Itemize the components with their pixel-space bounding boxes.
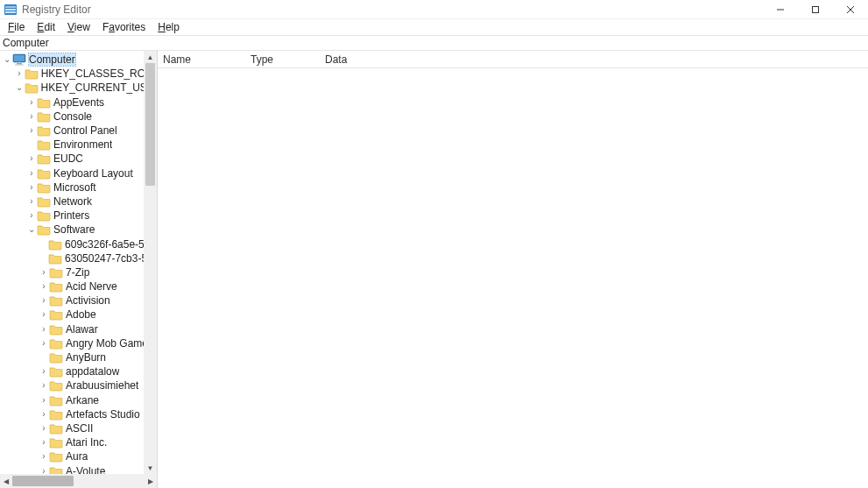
expand-icon[interactable]: ›: [39, 268, 49, 277]
expand-icon[interactable]: ›: [26, 154, 37, 163]
tree-item-label: Arabuusimiehet: [66, 379, 138, 392]
horizontal-scrollbar[interactable]: ◀ ▶: [0, 474, 157, 488]
tree-item-label: Artefacts Studio: [66, 408, 140, 421]
tree-item-software-0[interactable]: 609c326f-6a5e-5cd1-: [0, 237, 157, 251]
expand-icon[interactable]: ›: [39, 452, 49, 461]
tree-item-hkcu-2[interactable]: ›Control Panel: [0, 124, 157, 138]
tree-item-hkcu-7[interactable]: ›Network: [0, 194, 157, 209]
folder-icon: [49, 465, 63, 474]
menu-view[interactable]: View: [61, 20, 96, 34]
folder-icon: [49, 379, 63, 392]
folder-icon: [49, 280, 63, 293]
tree-item-label: Arkane: [66, 394, 99, 407]
expand-icon[interactable]: ›: [39, 438, 49, 447]
tree-item-software-2[interactable]: ›7-Zip: [0, 265, 157, 279]
expand-icon[interactable]: ›: [39, 410, 49, 419]
expand-icon[interactable]: ›: [14, 69, 25, 78]
tree-item-software-3[interactable]: ›Acid Nerve: [0, 279, 157, 294]
tree-item-hkcu[interactable]: ⌄HKEY_CURRENT_USER: [0, 81, 157, 95]
tree-item-hkcu-4[interactable]: ›EUDC: [0, 152, 157, 166]
details-header: Name Type Data: [158, 51, 868, 68]
expand-icon[interactable]: ›: [39, 381, 49, 390]
expand-icon[interactable]: ›: [39, 339, 49, 348]
expand-icon[interactable]: ›: [26, 98, 37, 107]
tree-item-software-6[interactable]: ›Alawar: [0, 322, 157, 336]
svg-rect-5: [813, 6, 819, 12]
folder-icon: [48, 252, 62, 265]
scroll-up-arrow-icon[interactable]: ▲: [144, 51, 157, 63]
collapse-icon[interactable]: ⌄: [14, 83, 25, 92]
expand-icon[interactable]: ›: [26, 112, 37, 121]
tree-item-software-8[interactable]: AnyBurn: [0, 350, 157, 364]
tree-item-software-5[interactable]: ›Adobe: [0, 308, 157, 322]
folder-icon: [49, 337, 63, 350]
regedit-icon: [4, 3, 18, 17]
main-split: ⌄Computer›HKEY_CLASSES_ROOT⌄HKEY_CURRENT…: [0, 51, 868, 488]
column-header-type[interactable]: Type: [245, 52, 320, 67]
folder-icon: [37, 167, 51, 180]
tree-item-software-13[interactable]: ›ASCII: [0, 421, 157, 435]
scroll-down-arrow-icon[interactable]: ▼: [144, 462, 157, 474]
address-bar[interactable]: Computer: [0, 35, 868, 51]
tree-item-software-1[interactable]: 63050247-7cb3-5350: [0, 251, 157, 265]
tree-item-software-11[interactable]: ›Arkane: [0, 393, 157, 407]
expand-icon[interactable]: ›: [39, 282, 49, 291]
tree-item-label: Control Panel: [53, 124, 117, 137]
tree-item-hkcu-0[interactable]: ›AppEvents: [0, 95, 157, 110]
expand-icon[interactable]: ›: [39, 396, 49, 405]
expand-icon[interactable]: ›: [26, 183, 37, 192]
menu-help[interactable]: Help: [152, 20, 186, 34]
column-header-data[interactable]: Data: [320, 52, 868, 67]
expand-icon[interactable]: ›: [39, 325, 49, 334]
tree-item-hkcu-1[interactable]: ›Console: [0, 110, 157, 124]
tree-item-software-16[interactable]: ›A-Volute: [0, 463, 157, 474]
window-title: Registry Editor: [22, 4, 91, 16]
expand-icon[interactable]: ›: [39, 424, 49, 433]
folder-icon: [25, 81, 39, 94]
menu-edit[interactable]: Edit: [31, 20, 61, 34]
minimize-button[interactable]: [763, 0, 798, 19]
folder-icon: [37, 152, 51, 165]
expand-icon[interactable]: ›: [39, 367, 49, 376]
tree-item-software[interactable]: ⌄Software: [0, 223, 157, 237]
tree-item-software-15[interactable]: ›Aura: [0, 449, 157, 463]
tree-item-hkcu-3[interactable]: Environment: [0, 138, 157, 152]
folder-icon: [37, 96, 51, 109]
expand-icon[interactable]: ›: [26, 126, 37, 135]
tree-item-hkcu-8[interactable]: ›Printers: [0, 209, 157, 223]
vertical-scrollbar[interactable]: ▲ ▼: [144, 51, 157, 474]
tree-item-software-4[interactable]: ›Activision: [0, 294, 157, 308]
tree-item-label: HKEY_CURRENT_USER: [41, 81, 157, 94]
menu-favorites[interactable]: Favorites: [96, 20, 152, 34]
close-button[interactable]: [833, 0, 868, 19]
folder-icon: [37, 124, 51, 137]
tree-item-label: appdatalow: [66, 365, 119, 378]
scroll-right-arrow-icon[interactable]: ▶: [145, 474, 157, 488]
scroll-left-arrow-icon[interactable]: ◀: [0, 474, 12, 488]
expand-icon[interactable]: ›: [39, 467, 49, 474]
expand-icon[interactable]: ›: [26, 169, 37, 178]
menu-file[interactable]: File: [2, 20, 31, 34]
tree-item-software-10[interactable]: ›Arabuusimiehet: [0, 378, 157, 393]
tree-item-software-12[interactable]: ›Artefacts Studio: [0, 407, 157, 421]
scroll-thumb[interactable]: [12, 476, 74, 486]
tree-root-computer[interactable]: ⌄Computer: [0, 53, 157, 67]
svg-rect-3: [5, 11, 16, 13]
tree-view[interactable]: ⌄Computer›HKEY_CLASSES_ROOT⌄HKEY_CURRENT…: [0, 51, 157, 474]
collapse-icon[interactable]: ⌄: [26, 225, 37, 234]
column-header-name[interactable]: Name: [158, 52, 245, 67]
scroll-thumb[interactable]: [145, 63, 155, 186]
tree-item-software-7[interactable]: ›Angry Mob Games: [0, 336, 157, 350]
tree-item-software-9[interactable]: ›appdatalow: [0, 364, 157, 378]
tree-item-hkcr[interactable]: ›HKEY_CLASSES_ROOT: [0, 67, 157, 81]
tree-item-hkcu-6[interactable]: ›Microsoft: [0, 180, 157, 194]
tree-item-label: Adobe: [66, 308, 96, 321]
expand-icon[interactable]: ›: [26, 197, 37, 206]
expand-icon[interactable]: ›: [39, 296, 49, 305]
collapse-icon[interactable]: ⌄: [2, 55, 12, 64]
tree-item-hkcu-5[interactable]: ›Keyboard Layout: [0, 166, 157, 180]
expand-icon[interactable]: ›: [26, 211, 37, 220]
tree-item-software-14[interactable]: ›Atari Inc.: [0, 435, 157, 449]
maximize-button[interactable]: [798, 0, 833, 19]
expand-icon[interactable]: ›: [39, 310, 49, 319]
